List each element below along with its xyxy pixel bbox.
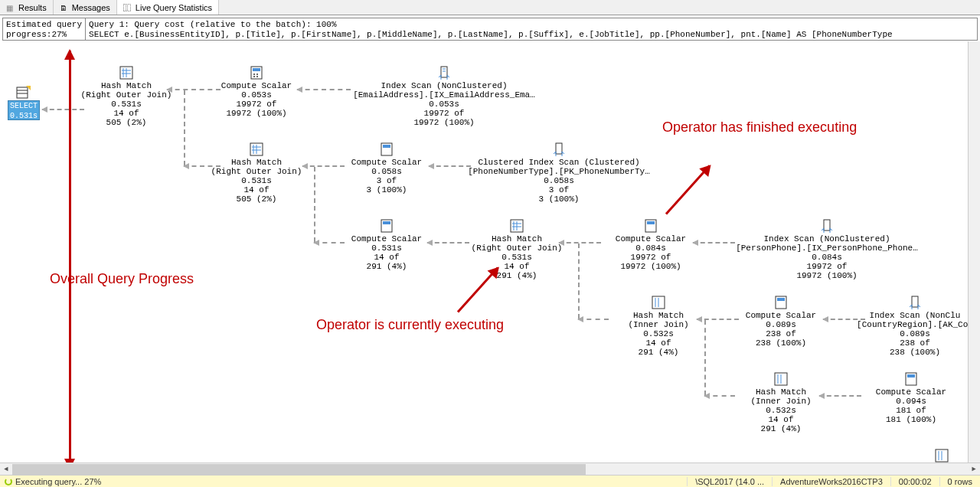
tab-messages[interactable]: Messages	[54, 0, 117, 15]
op-compute-scalar-5[interactable]: Compute Scalar 0.089s 238 of 238 (100%)	[712, 296, 850, 348]
svg-rect-24	[383, 145, 390, 148]
hash-match-icon	[935, 449, 949, 462]
flow-arrow	[693, 242, 735, 244]
spinner-icon	[5, 478, 12, 485]
compute-scalar-icon	[250, 66, 263, 80]
svg-point-13	[253, 76, 255, 77]
vertical-scrollbar[interactable]	[968, 41, 980, 462]
svg-rect-25	[556, 143, 562, 154]
clustered-index-scan-icon	[552, 142, 566, 156]
status-server: \SQL2017 (14.0 ...	[687, 477, 772, 486]
scroll-track[interactable]	[12, 464, 968, 475]
op-index-scan-2[interactable]: Index Scan (NonClustered) [PersonPhone].…	[735, 219, 919, 280]
grid-icon	[6, 3, 15, 12]
estimated-progress: Estimated query progress:27%	[3, 18, 86, 40]
select-label: SELECT	[8, 101, 39, 111]
compute-scalar-icon	[380, 142, 394, 156]
svg-point-14	[256, 76, 258, 77]
svg-rect-10	[253, 68, 260, 71]
select-icon	[15, 86, 31, 101]
status-exec: Executing query... 27%	[15, 477, 101, 486]
messages-icon	[60, 3, 69, 12]
op-compute-scalar-6[interactable]: Compute Scalar 0.094s 181 of 181 (100%)	[842, 372, 980, 424]
annotation-overall: Overall Query Progress	[50, 271, 194, 287]
flow-arrow	[578, 244, 580, 319]
compute-scalar-icon	[644, 219, 658, 233]
index-scan-icon	[820, 219, 834, 233]
op-hash-match-5[interactable]: Hash Match (Inner Join) 0.532s 14 of 291…	[712, 372, 850, 433]
svg-point-12	[256, 74, 258, 75]
svg-rect-0	[17, 87, 28, 98]
select-time: 0.531s	[8, 111, 39, 121]
result-tabs: Results Messages Live Query Statistics	[0, 0, 980, 15]
op-compute-scalar-4[interactable]: Compute Scalar 0.084s 19972 of 19972 (10…	[582, 219, 720, 271]
index-scan-icon	[437, 66, 451, 80]
svg-rect-35	[824, 220, 830, 230]
flow-arrow	[184, 90, 185, 165]
tab-label: Messages	[72, 3, 110, 12]
compute-scalar-icon	[904, 372, 918, 386]
annotation-finished: Operator has finished executing	[662, 119, 857, 136]
compute-scalar-icon	[380, 219, 394, 233]
hash-match-icon	[652, 296, 665, 309]
flow-arrow	[314, 167, 315, 242]
svg-rect-40	[777, 298, 785, 301]
query-header: Estimated query progress:27% Query 1: Qu…	[2, 18, 978, 41]
flow-arrow	[297, 89, 351, 90]
svg-rect-46	[907, 374, 915, 378]
svg-rect-34	[647, 221, 655, 224]
flow-arrow	[429, 165, 471, 167]
tab-results[interactable]: Results	[0, 0, 54, 15]
tab-live-stats[interactable]: Live Query Statistics	[117, 0, 219, 15]
op-compute-scalar-3[interactable]: Compute Scalar 0.531s 14 of 291 (4%)	[318, 219, 456, 271]
svg-point-11	[253, 74, 255, 75]
flow-arrow	[704, 320, 706, 395]
hash-match-icon	[119, 66, 133, 80]
query-text: Query 1: Query cost (relative to the bat…	[86, 18, 977, 40]
op-hash-match-4[interactable]: Hash Match (Inner Join) 0.532s 14 of 291…	[590, 296, 727, 357]
hash-match-icon	[774, 372, 788, 386]
status-time: 00:00:02	[890, 477, 939, 486]
red-arrow-icon	[665, 165, 710, 214]
tab-label: Live Query Statistics	[136, 3, 212, 12]
status-rows: 0 rows	[939, 477, 980, 486]
scroll-left-button[interactable]: ◄	[0, 464, 12, 475]
stats-icon	[123, 3, 132, 12]
svg-rect-41	[912, 296, 918, 307]
red-double-arrow-icon	[69, 51, 71, 466]
tab-label: Results	[18, 3, 47, 12]
svg-rect-15	[441, 67, 447, 77]
op-clustered-index-scan[interactable]: Clustered Index Scan (Clustered) [PhoneN…	[467, 142, 651, 204]
op-hash-match-3[interactable]: Hash Match (Right Outer Join) 0.531s 14 …	[448, 219, 586, 280]
op-index-scan-3[interactable]: Index Scan (NonClu [CountryRegion].[AK_C…	[850, 296, 980, 357]
svg-rect-27	[383, 221, 390, 224]
horizontal-scrollbar[interactable]: ◄ ►	[0, 462, 980, 475]
op-hash-match-1[interactable]: Hash Match (Right Outer Join) 0.531s 14 …	[57, 66, 195, 127]
op-compute-scalar-2[interactable]: Compute Scalar 0.058s 3 of 3 (100%)	[318, 142, 456, 194]
select-operator[interactable]: SELECT 0.531s	[8, 100, 40, 120]
op-hash-match-2[interactable]: Hash Match (Right Outer Join) 0.531s 14 …	[188, 142, 325, 204]
scroll-right-button[interactable]: ►	[968, 464, 980, 475]
execution-plan-canvas[interactable]: SELECT 0.531s Hash Match (Right Outer Jo…	[0, 43, 980, 466]
hash-match-icon	[250, 142, 263, 156]
status-bar: Executing query... 27% \SQL2017 (14.0 ..…	[0, 475, 980, 487]
scroll-thumb[interactable]	[12, 464, 586, 475]
op-compute-scalar-1[interactable]: Compute Scalar 0.053s 19972 of 19972 (10…	[188, 66, 325, 118]
op-index-scan-1[interactable]: Index Scan (NonClustered) [EmailAddress]…	[352, 66, 536, 127]
status-db: AdventureWorks2016CTP3	[772, 477, 890, 486]
index-scan-icon	[908, 296, 922, 309]
annotation-current: Operator is currently executing	[316, 317, 504, 333]
hash-match-icon	[510, 219, 524, 233]
compute-scalar-icon	[774, 296, 788, 309]
